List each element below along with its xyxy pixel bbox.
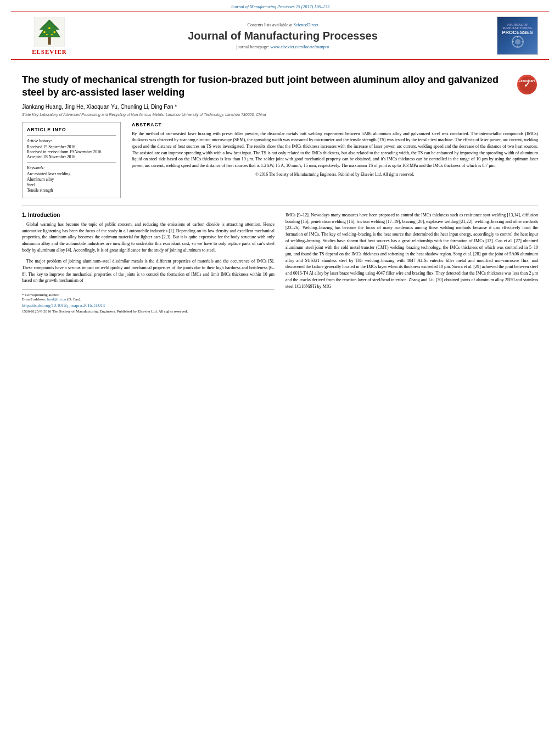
body-para-right-1: IMCs [9–12]. Nowadays many measures have… [285, 212, 538, 290]
body-para-1: Global warming has become the topic of p… [22, 221, 275, 254]
abstract-column: ABSTRACT By the method of arc-assisted l… [132, 122, 538, 198]
keyword-1: Arc-assisted laser welding [27, 171, 116, 176]
affiliation: State Key Laboratory of Advanced Process… [22, 113, 538, 116]
article-info-title: ARTICLE INFO [27, 127, 116, 132]
gear-icon [504, 35, 531, 49]
journal-homepage-line: journal homepage: www.elsevier.com/locat… [77, 44, 489, 49]
manufacturing-logo-box: JOURNAL OFMANUFACTURING PROCESSES [497, 16, 538, 55]
info-divider [27, 135, 116, 136]
section1-heading: 1. Introduction [22, 212, 275, 218]
copyright-line: © 2016 The Society of Manufacturing Engi… [132, 172, 538, 177]
email-link[interactable]: fund@lut.cn [47, 297, 68, 302]
keyword-2: Aluminum alloy [27, 177, 116, 182]
body-para-2: The major problem of joining aluminum–st… [22, 258, 275, 284]
journal-logo-right: JOURNAL OFMANUFACTURING PROCESSES [489, 16, 538, 55]
keyword-3: Steel [27, 182, 116, 187]
crossmark-icon: ✓ CrossMark [517, 75, 537, 94]
section-divider [22, 205, 538, 205]
obtained-word: obtained [444, 277, 460, 282]
accepted-date: Accepted 28 November 2016 [27, 154, 116, 159]
info-abstract-columns: ARTICLE INFO Article history: Received 1… [22, 122, 538, 198]
article-title: The study of mechanical strength for fus… [22, 74, 511, 99]
contents-available-line: Contents lists available at ScienceDirec… [77, 23, 489, 27]
doi-link[interactable]: http://dx.doi.org/10.1016/j.jmapro.2016.… [22, 303, 105, 308]
top-journal-ref: Journal of Manufacturing Processes 25 (2… [0, 0, 560, 12]
svg-text:CrossMark: CrossMark [519, 79, 535, 82]
keywords-label: Keywords: [27, 165, 116, 170]
svg-point-5 [48, 27, 51, 29]
journal-header: ELSEVIER Contents lists available at Sci… [11, 12, 549, 60]
corresponding-author-note: * Corresponding author. [22, 293, 275, 297]
authors-text: Jiankang Huang, Jing He, Xiaoquan Yu, Ch… [22, 104, 177, 110]
abstract-text: By the method of arc-assisted laser braz… [132, 131, 538, 169]
svg-point-4 [43, 31, 46, 33]
svg-point-8 [51, 34, 53, 35]
article-body: The study of mechanical strength for fus… [0, 60, 560, 322]
crossmark-badge: ✓ CrossMark [516, 74, 538, 96]
page-wrapper: Journal of Manufacturing Processes 25 (2… [0, 0, 560, 742]
keywords-list: Arc-assisted laser welding Aluminum allo… [27, 171, 116, 193]
svg-point-10 [515, 39, 520, 44]
elsevier-tree-icon [33, 17, 66, 47]
issn-line: 1526-6125/© 2016 The Society of Manufact… [22, 309, 275, 314]
footnote-area: * Corresponding author. E-mail address: … [22, 289, 275, 302]
article-info-column: ARTICLE INFO Article history: Received 1… [22, 122, 121, 198]
journal-name-header: Journal of Manufacturing Processes [77, 30, 489, 42]
svg-rect-1 [48, 37, 51, 44]
info-divider-2 [27, 162, 116, 163]
abstract-title: ABSTRACT [132, 122, 538, 127]
science-direct-link[interactable]: ScienceDirect [294, 23, 318, 27]
revised-date: Received in revised form 19 November 201… [27, 149, 116, 154]
body-col-right: IMCs [9–12]. Nowadays many measures have… [285, 212, 538, 314]
journal-header-center: Contents lists available at ScienceDirec… [77, 23, 489, 49]
article-info-box: ARTICLE INFO Article history: Received 1… [22, 122, 121, 198]
email-line: E-mail address: fund@lut.cn (D. Fan). [22, 297, 275, 302]
body-two-column: 1. Introduction Global warming has becom… [22, 212, 538, 314]
body-col-left: 1. Introduction Global warming has becom… [22, 212, 275, 314]
received-date: Received 19 September 2016 [27, 144, 116, 149]
svg-point-6 [53, 31, 55, 33]
authors-line: Jiankang Huang, Jing He, Xiaoquan Yu, Ch… [22, 104, 538, 110]
keyword-4: Tensile strength [27, 188, 116, 193]
journal-ref-text: Journal of Manufacturing Processes 25 (2… [231, 4, 329, 9]
article-title-section: The study of mechanical strength for fus… [22, 68, 538, 99]
journal-homepage-link[interactable]: www.elsevier.com/locate/manpro [270, 44, 329, 49]
history-label: Article history: [27, 138, 116, 143]
elsevier-logo: ELSEVIER [22, 17, 77, 55]
doi-line: http://dx.doi.org/10.1016/j.jmapro.2016.… [22, 303, 275, 308]
elsevier-logo-area: ELSEVIER [22, 17, 77, 55]
svg-point-7 [46, 34, 48, 35]
elsevier-wordmark: ELSEVIER [32, 48, 67, 55]
